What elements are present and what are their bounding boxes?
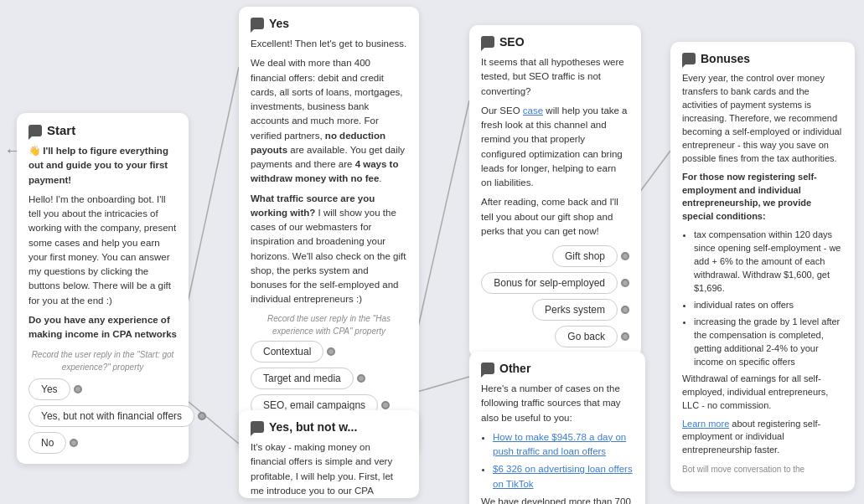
bonuses-list-item-3: increasing the grade by 1 level after th…: [694, 316, 843, 369]
yes-seo-dot: [381, 401, 390, 409]
bonuses-header: Bonuses: [682, 52, 843, 65]
seo-giftshop-button[interactable]: Gift shop: [552, 245, 618, 267]
start-body: 👋 I'll help to figure everything out and…: [28, 144, 177, 454]
yes-record-note: Record the user reply in the "Has experi…: [251, 312, 407, 337]
start-highlight: I'll help to figure everything out and g…: [28, 146, 168, 185]
yes-contextual-button[interactable]: Contextual: [251, 341, 323, 363]
start-no-item: No: [28, 432, 78, 454]
yesbut-chat-icon: [251, 421, 264, 433]
bonuses-bot-note: Bot will move conversation to the: [682, 464, 843, 476]
bonuses-title: Bonuses: [701, 52, 750, 65]
yes-body3: What traffic source are you working with…: [251, 192, 407, 307]
bonuses-body2: Withdrawal of earnings for all self-empl…: [682, 373, 843, 413]
seo-buttons: Gift shop Bonus for selp-employed Perks …: [481, 245, 629, 347]
bonuses-list-item-1: tax compensation within 120 days since o…: [694, 229, 843, 296]
svg-line-4: [417, 377, 469, 392]
seo-perks-dot: [621, 306, 629, 314]
start-yesbut-dot: [198, 412, 206, 420]
other-links-list: How to make $945.78 a day on push traffi…: [481, 430, 634, 491]
chat-icon: [28, 125, 42, 136]
seo-giftshop-dot: [621, 252, 629, 260]
start-yes-dot: [74, 385, 82, 393]
seo-chat-icon: [481, 36, 494, 48]
seo-case-link[interactable]: case: [523, 105, 543, 116]
yes-card: Yes Excellent! Then let's get to busines…: [239, 7, 419, 453]
yes-body1: Excellent! Then let's get to business.: [251, 37, 407, 51]
seo-giftshop-item: Gift shop: [552, 245, 629, 267]
yes-target-button[interactable]: Target and media: [251, 368, 354, 389]
seo-bonus-item: Bonus for selp-employed: [481, 272, 629, 294]
start-body-text: Hello! I'm the onboarding bot. I'll tell…: [28, 193, 177, 308]
seo-body3: After reading, come back and I'll tell y…: [481, 195, 629, 239]
seo-body: It seems that all hypotheses were tested…: [481, 55, 629, 347]
svg-line-3: [417, 100, 469, 331]
seo-goback-dot: [621, 332, 629, 341]
start-question: Do you have any experience of making inc…: [28, 315, 177, 339]
start-header: Start: [28, 123, 177, 137]
seo-perks-button[interactable]: Perks system: [532, 299, 618, 321]
yesbut-header: Yes, but not w...: [251, 420, 407, 434]
start-yes-button[interactable]: Yes: [28, 378, 70, 400]
start-record-note: Record the user reply in the "Start: got…: [28, 348, 177, 373]
other-link-1[interactable]: How to make $945.78 a day on push traffi…: [493, 432, 626, 456]
start-buttons: Yes Yes, but not with financial offers N…: [28, 378, 177, 454]
other-body2: We have developed more than 700: [481, 495, 634, 504]
other-body1: Here's a number of cases on the followin…: [481, 382, 634, 425]
seo-body1: It seems that all hypotheses were tested…: [481, 55, 629, 99]
bonuses-list-item-2: individual rates on offers: [694, 299, 843, 312]
start-emoji: 👋: [28, 146, 40, 156]
other-chat-icon: [481, 363, 494, 374]
other-card: Other Here's a number of cases on the fo…: [469, 352, 645, 504]
start-no-dot: [70, 439, 78, 447]
svg-line-5: [639, 151, 670, 193]
bonuses-body: Every year, the control over money trans…: [682, 72, 843, 476]
seo-body2: Our SEO case will help you take a fresh …: [481, 104, 629, 191]
yes-contextual-item: Contextual: [251, 341, 335, 363]
bonuses-learn-more: Learn more about registering self-employ…: [682, 418, 843, 458]
bonuses-body1: Every year, the control over money trans…: [682, 72, 843, 166]
seo-title: SEO: [499, 35, 525, 49]
start-no-button[interactable]: No: [28, 432, 66, 454]
seo-goback-item: Go back: [555, 326, 629, 347]
yes-target-dot: [357, 374, 365, 383]
other-link-2[interactable]: $6 326 on advertising loan offers on Tik…: [493, 464, 633, 488]
start-card: Start 👋 I'll help to figure everything o…: [17, 113, 189, 464]
bonuses-card: Bonuses Every year, the control over mon…: [670, 42, 855, 491]
start-yesbut-item: Yes, but not with financial offers: [28, 405, 206, 427]
yes-body2: We deal with more than 400 financial off…: [251, 56, 407, 186]
yes-title: Yes: [269, 17, 289, 30]
seo-perks-item: Perks system: [532, 299, 629, 321]
yes-header: Yes: [251, 17, 407, 30]
yes-body: Excellent! Then let's get to business. W…: [251, 37, 407, 443]
yes-target-item: Target and media: [251, 368, 365, 389]
bonuses-list: tax compensation within 120 days since o…: [682, 229, 843, 368]
yes-contextual-dot: [327, 347, 335, 356]
other-header: Other: [481, 362, 634, 375]
bonuses-subheading: For those now registering self-employmen…: [682, 172, 817, 222]
yesbut-body-text: It's okay - making money on financial of…: [251, 440, 407, 498]
start-yesbut-button[interactable]: Yes, but not with financial offers: [28, 405, 194, 427]
seo-bonus-button[interactable]: Bonus for selp-employed: [481, 272, 618, 294]
yesbut-title: Yes, but not w...: [269, 420, 357, 434]
seo-header: SEO: [481, 35, 629, 49]
other-body: Here's a number of cases on the followin…: [481, 382, 634, 504]
seo-card: SEO It seems that all hypotheses were te…: [469, 25, 641, 357]
yes-chat-icon: [251, 18, 264, 29]
other-title: Other: [499, 362, 530, 375]
bonuses-learn-more-link[interactable]: Learn more: [682, 419, 729, 429]
seo-bonus-dot: [621, 279, 629, 287]
yesbut-body: It's okay - making money on financial of…: [251, 440, 407, 498]
start-yes-item: Yes: [28, 378, 82, 400]
bonuses-chat-icon: [682, 53, 696, 64]
start-title: Start: [47, 123, 75, 137]
seo-goback-button[interactable]: Go back: [555, 326, 618, 347]
yesbut-card: Yes, but not w... It's okay - making mon…: [239, 410, 419, 498]
